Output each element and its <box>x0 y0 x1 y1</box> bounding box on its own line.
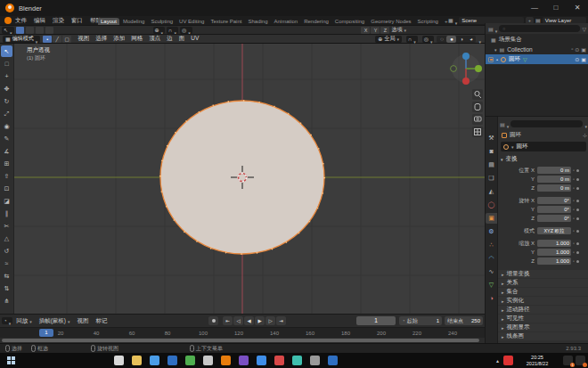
value-field[interactable]: 0 m <box>537 184 571 192</box>
playback-button[interactable]: ⇤ <box>223 316 233 325</box>
tool-button[interactable]: ⇧ <box>1 170 12 182</box>
workspace-tab[interactable]: Compositing <box>332 18 367 25</box>
properties-tab[interactable]: ❏ <box>486 173 497 184</box>
expand-icon[interactable] <box>494 46 497 53</box>
taskbar-app-icon[interactable] <box>114 356 124 365</box>
value-field[interactable]: 0 m <box>537 176 571 183</box>
timeline-menu-item[interactable]: 视图 <box>78 317 89 325</box>
notification-icon[interactable] <box>576 356 585 365</box>
render-camera-icon[interactable] <box>581 46 586 53</box>
tool-option-toggle[interactable] <box>26 27 34 34</box>
properties-section-header[interactable]: 视图显示 <box>498 323 588 331</box>
animate-dot-icon[interactable] <box>576 217 579 220</box>
timeline-menu-item[interactable]: 回放 <box>16 317 32 325</box>
lock-icon[interactable] <box>573 176 575 182</box>
animate-dot-icon[interactable] <box>576 169 579 172</box>
workspace-tab[interactable]: Geometry Nodes <box>368 18 413 25</box>
mode-dropdown[interactable]: 编辑模式 <box>3 36 40 43</box>
timeline-menu-item[interactable]: 插帧(蒙板) <box>39 317 70 325</box>
animate-dot-icon[interactable] <box>576 242 579 245</box>
taskbar-app-icon[interactable] <box>274 356 284 365</box>
properties-section-header[interactable]: 运动路径 <box>498 306 588 314</box>
gizmo-y-axis[interactable] <box>475 65 482 72</box>
animate-dot-icon[interactable] <box>576 251 579 254</box>
viewport-menu-item[interactable]: 顶点 <box>149 35 160 43</box>
menu-item[interactable]: 文件 <box>15 17 27 25</box>
falloff-dropdown[interactable] <box>180 27 192 34</box>
menu-item[interactable]: 窗口 <box>71 17 83 25</box>
lock-icon[interactable] <box>573 198 575 203</box>
playback-button[interactable]: ◀ <box>244 316 254 325</box>
hide-eye-icon[interactable] <box>575 46 579 53</box>
value-field[interactable]: 0° <box>537 215 571 222</box>
tool-button[interactable]: ∥ <box>1 208 12 219</box>
minimize-button[interactable]: — <box>524 0 545 16</box>
properties-tab[interactable]: ◑ <box>486 293 497 304</box>
tool-button[interactable]: ↖ <box>1 45 12 57</box>
gizmo-z-axis[interactable] <box>462 53 470 60</box>
viewport-canvas[interactable] <box>14 44 485 314</box>
properties-tab[interactable]: ∿ <box>486 266 497 277</box>
tool-button[interactable]: ⊞ <box>1 158 12 169</box>
taskbar-app-icon[interactable] <box>221 356 231 365</box>
viewport-menu-item[interactable]: 视图 <box>78 35 89 43</box>
lock-icon[interactable] <box>573 207 575 212</box>
workspace-tab[interactable]: Texture Paint <box>208 18 244 25</box>
exclude-checkbox[interactable] <box>571 46 573 53</box>
animate-dot-icon[interactable] <box>576 230 579 233</box>
shading-mode-button[interactable]: ● <box>446 36 456 43</box>
value-field[interactable]: 1.000 <box>537 249 571 256</box>
playback-button[interactable]: ⇥ <box>276 316 286 325</box>
tool-button[interactable]: ⤢ <box>1 108 12 119</box>
tool-button[interactable]: ∡ <box>1 145 12 157</box>
tool-button[interactable]: ✎ <box>1 133 12 144</box>
workspace-tab[interactable]: Scripting <box>415 18 441 25</box>
shading-mode-button[interactable]: ◑ <box>456 36 466 43</box>
properties-search-input[interactable] <box>510 120 583 127</box>
tool-button[interactable]: ↺ <box>1 245 12 257</box>
playback-button[interactable]: ◁ <box>233 316 243 325</box>
playback-button[interactable]: ▶ <box>255 316 265 325</box>
tray-expand-icon[interactable] <box>496 357 499 364</box>
snap-dropdown[interactable] <box>167 27 178 34</box>
properties-tab[interactable]: ▣ <box>486 213 497 224</box>
notification-icon[interactable]: 1 <box>563 356 573 365</box>
taskbar-app-icon[interactable] <box>150 356 159 365</box>
pivot-dropdown[interactable] <box>153 27 166 34</box>
object-name-field[interactable]: 圆环 <box>501 142 586 151</box>
timeline-ruler[interactable]: 20406080100120140160180200220240 1 <box>0 327 485 338</box>
properties-section-header[interactable]: 可见性 <box>498 315 588 323</box>
render-camera-icon[interactable] <box>581 56 586 62</box>
value-field[interactable]: 1.000 <box>537 258 571 265</box>
tool-button[interactable]: △ <box>1 233 12 244</box>
viewport-3d[interactable]: 用户透视 (1) 圆环 <box>14 44 485 314</box>
properties-tab[interactable]: ▽ <box>486 280 497 290</box>
tool-button[interactable]: ✂ <box>1 220 12 232</box>
properties-tab[interactable]: ◙ <box>486 146 497 157</box>
orientation-dropdown[interactable]: 全局 <box>375 36 402 43</box>
timeline-menu-item[interactable]: 标记 <box>96 317 108 325</box>
value-field[interactable]: 0° <box>537 197 571 204</box>
tool-button[interactable]: ⇆ <box>1 270 12 282</box>
tool-button[interactable]: ⋔ <box>1 295 12 307</box>
active-tool-dropdown[interactable] <box>2 27 14 34</box>
lock-icon[interactable] <box>573 258 575 264</box>
properties-tab[interactable]: ▤ <box>486 159 497 170</box>
workspace-tab[interactable]: Rendering <box>301 18 331 25</box>
tool-button[interactable]: ◉ <box>1 120 12 132</box>
timeline-editor-dropdown[interactable] <box>2 317 12 324</box>
workspace-tab[interactable]: Layout <box>98 18 119 25</box>
viewport-menu-item[interactable]: 网格 <box>131 35 143 43</box>
menu-item[interactable]: 渲染 <box>53 17 64 25</box>
frame-end-field[interactable]: 结束点250 <box>445 316 483 325</box>
close-button[interactable]: ✕ <box>567 0 588 16</box>
proportional-edit-toggle[interactable] <box>422 36 435 43</box>
shading-mode-button[interactable]: ◕ <box>466 36 476 43</box>
tool-button[interactable]: ↻ <box>1 95 12 107</box>
workspace-tab[interactable]: Animation <box>271 18 300 25</box>
select-mode-button[interactable]: • <box>43 36 52 43</box>
value-field[interactable]: XYZ 欧拉 <box>537 227 571 234</box>
tool-option-toggle[interactable] <box>16 27 24 34</box>
value-field[interactable]: 0° <box>537 206 571 213</box>
animate-dot-icon[interactable] <box>576 260 579 263</box>
